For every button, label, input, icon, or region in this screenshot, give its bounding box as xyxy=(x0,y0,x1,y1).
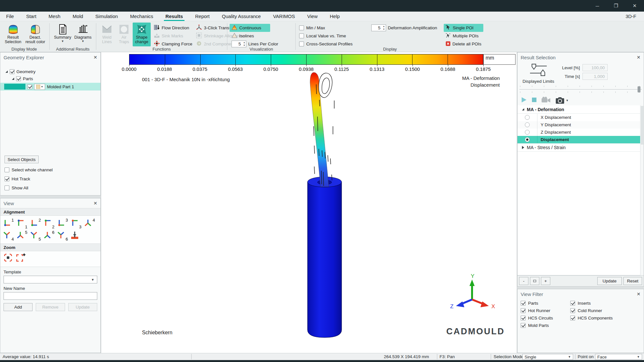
selection-mode-dropdown[interactable]: Single ▼ xyxy=(522,354,573,360)
spinner-arrows-icon[interactable]: ▲▼ xyxy=(383,25,385,31)
menu-varimos[interactable]: VARIMOS xyxy=(267,12,301,21)
align-view-top-button[interactable] xyxy=(71,230,82,242)
scrollbar-thumb[interactable] xyxy=(641,106,643,145)
tree-node-molded-part[interactable]: ▼ Molded Part 1 xyxy=(0,83,100,90)
menu-mold[interactable]: Mold xyxy=(67,12,90,21)
filter-hcs-components-checkbox[interactable]: HCS Components xyxy=(570,316,613,320)
min-max-checkbox[interactable]: Min / Max xyxy=(299,24,369,32)
menu-mechanics[interactable]: Mechanics xyxy=(124,12,159,21)
reset-button[interactable]: Reset xyxy=(623,277,642,285)
close-icon[interactable]: ✕ xyxy=(637,291,640,297)
menu-file[interactable]: File xyxy=(0,12,20,21)
remove-button[interactable]: Remove xyxy=(36,303,65,311)
align-view-3a-button[interactable]: 3 xyxy=(57,218,69,229)
align-view-6b-button[interactable]: 6 xyxy=(57,230,69,242)
viewport-3d[interactable]: mm 0.0000 0.0188 0.0375 0.0563 0.0750 0.… xyxy=(101,52,517,353)
result-selection-button[interactable]: Result Selection xyxy=(3,23,24,46)
flow-direction-button[interactable]: Flow Direction xyxy=(152,24,194,32)
point-on-dropdown[interactable]: Face ▼ xyxy=(595,354,642,360)
filter-hcs-circuits-checkbox[interactable]: HCS Circuits xyxy=(521,316,553,320)
option-y-displacement[interactable]: Y Displacement xyxy=(517,121,644,129)
decrease-button[interactable]: - xyxy=(519,277,528,285)
menu-report[interactable]: Report xyxy=(189,12,216,21)
close-button[interactable]: ✕ xyxy=(625,0,644,12)
tree-node-geometry[interactable]: Geometry xyxy=(0,68,100,75)
continuous-button[interactable]: Continuous xyxy=(230,24,270,32)
filter-cold-runner-checkbox[interactable]: Cold Runner xyxy=(570,308,602,313)
hot-track-checkbox[interactable]: Hot Track xyxy=(5,175,96,183)
option-x-displacement[interactable]: X Displacement xyxy=(517,114,644,121)
align-view-1b-button[interactable]: 1 xyxy=(16,218,28,229)
new-name-input[interactable] xyxy=(4,292,97,300)
align-view-5b-button[interactable]: 5 xyxy=(30,230,42,242)
menu-quality-assurance[interactable]: Quality Assurance xyxy=(216,12,267,21)
diagrams-button[interactable]: Diagrams ▼ xyxy=(73,23,92,46)
group-ma-deformation[interactable]: MA - Deformation xyxy=(517,105,644,114)
window-level-button[interactable] xyxy=(530,277,539,285)
add-button[interactable]: Add xyxy=(4,303,33,311)
isolines-button[interactable]: Isolines xyxy=(230,32,294,40)
result-list-scrollbar[interactable] xyxy=(640,105,644,275)
radio-icon[interactable] xyxy=(525,137,530,142)
menu-start[interactable]: Start xyxy=(20,12,43,21)
menu-help[interactable]: Help xyxy=(324,12,346,21)
deact-result-color-button[interactable]: Deact. result color xyxy=(25,23,46,46)
menu-mesh[interactable]: Mesh xyxy=(43,12,67,21)
menu-view[interactable]: View xyxy=(301,12,324,21)
group-ma-stress-strain[interactable]: MA - Stress / Strain xyxy=(517,143,644,152)
close-icon[interactable]: ✕ xyxy=(637,55,640,60)
radio-icon[interactable] xyxy=(525,130,530,135)
shape-change-button[interactable]: Shape change xyxy=(133,23,151,46)
local-value-vs-time-checkbox[interactable]: Local Value vs. Time xyxy=(299,32,369,40)
geometry-visibility-checkbox[interactable] xyxy=(10,69,14,74)
lines-per-color-stepper[interactable]: 5 ▲▼ xyxy=(232,41,246,47)
align-view-4a-button[interactable]: 4 xyxy=(84,218,96,229)
align-view-2a-button[interactable]: 2 xyxy=(30,218,42,229)
summary-button[interactable]: Summary ▼ xyxy=(53,23,72,46)
align-view-6a-button[interactable]: 6 xyxy=(43,230,55,242)
level-input[interactable] xyxy=(582,64,608,71)
select-whole-channel-checkbox[interactable]: Select whole channel xyxy=(5,166,96,174)
align-view-2b-button[interactable]: 2 xyxy=(43,218,55,229)
filter-inserts-checkbox[interactable]: Inserts xyxy=(570,301,591,306)
air-traps-button[interactable]: Air Traps xyxy=(117,23,131,46)
filter-parts-checkbox[interactable]: Parts xyxy=(521,301,538,306)
slider-handle[interactable] xyxy=(638,86,640,92)
weld-lines-button[interactable]: Weld Lines xyxy=(99,23,115,46)
expander-icon[interactable] xyxy=(522,146,524,149)
align-view-5a-button[interactable]: 5 xyxy=(16,230,28,242)
single-poi-button[interactable]: Single POI xyxy=(444,24,483,32)
close-icon[interactable]: ✕ xyxy=(93,55,97,60)
option-displacement[interactable]: Displacement xyxy=(517,136,644,143)
menu-results[interactable]: Results xyxy=(159,12,189,21)
time-slider[interactable] xyxy=(519,85,642,93)
deformation-amplification-stepper[interactable]: 5 ▲▼ xyxy=(371,24,386,31)
multiple-pois-button[interactable]: Multiple POIs xyxy=(444,32,483,40)
filter-mold-parts-checkbox[interactable]: Mold Parts xyxy=(521,323,549,328)
tree-node-parts[interactable]: Parts xyxy=(0,75,100,82)
select-objects-button[interactable]: Select Objects xyxy=(5,156,39,163)
close-icon[interactable]: ✕ xyxy=(93,201,97,206)
restore-button[interactable]: ❐ xyxy=(607,0,625,12)
expander-icon[interactable] xyxy=(522,108,524,110)
template-dropdown[interactable]: ▼ xyxy=(4,276,97,283)
record-animation-button[interactable] xyxy=(541,97,551,104)
radio-icon[interactable] xyxy=(525,115,530,120)
radio-icon[interactable] xyxy=(525,122,530,127)
sink-marks-button[interactable]: Sink Marks xyxy=(152,32,194,40)
update-results-button[interactable]: Update xyxy=(597,277,622,285)
part-color-dropdown[interactable]: ▼ xyxy=(34,84,45,90)
molded-part-visibility-checkbox[interactable] xyxy=(27,84,32,89)
spinner-arrows-icon[interactable]: ▲▼ xyxy=(243,41,245,47)
zoom-window-button[interactable] xyxy=(16,253,26,263)
align-view-1a-button[interactable]: 1 xyxy=(3,218,14,229)
menu-simulation[interactable]: Simulation xyxy=(89,12,124,21)
zoom-fit-button[interactable] xyxy=(4,253,13,263)
show-all-checkbox[interactable]: Show All xyxy=(5,184,96,192)
align-view-3b-button[interactable]: 3 xyxy=(71,218,82,229)
option-z-displacement[interactable]: Z Displacement xyxy=(517,129,644,136)
update-button[interactable]: Update xyxy=(68,303,97,311)
parts-visibility-checkbox[interactable] xyxy=(16,76,21,81)
expander-icon[interactable] xyxy=(12,78,14,80)
time-input[interactable] xyxy=(582,73,608,80)
